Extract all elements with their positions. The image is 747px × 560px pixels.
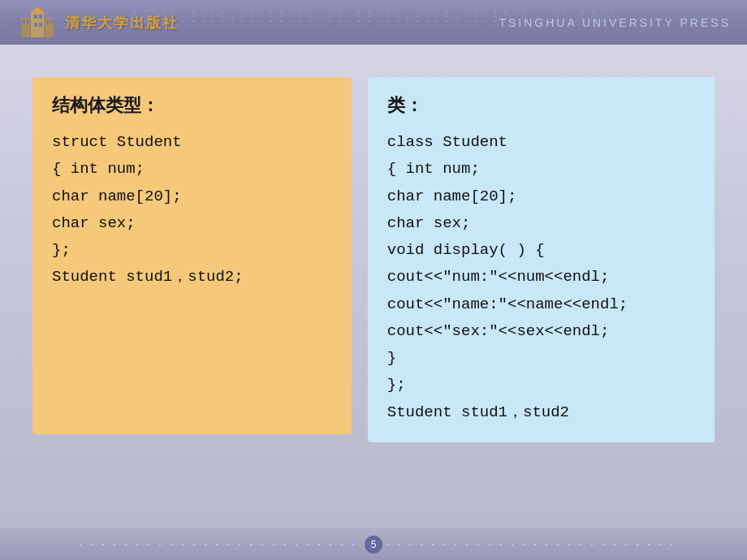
class-line-2: { int num; — [387, 156, 695, 183]
svg-marker-11 — [31, 6, 44, 12]
struct-title: 结构体类型： — [52, 93, 332, 118]
class-code: class Student { int num; char name[20]; … — [387, 129, 695, 426]
class-line-1: class Student — [387, 129, 695, 156]
svg-rect-6 — [23, 20, 25, 24]
main-content: 结构体类型： struct Student { int num; char na… — [0, 45, 747, 528]
class-line-3: char name[20]; — [387, 183, 695, 210]
page-number: 5 — [365, 536, 382, 554]
class-line-10: }; — [387, 372, 695, 398]
class-line-11: Student stud1，stud2 — [387, 399, 695, 426]
header: 清华大学出版社 TSINGHUA UNIVERSITY PRESS — [0, 0, 747, 45]
struct-code: struct Student { int num; char name[20];… — [52, 129, 332, 291]
class-line-6: cout<<"num:"<<num<<endl; — [387, 264, 695, 291]
struct-line-3: char name[20]; — [52, 183, 332, 210]
svg-rect-4 — [39, 23, 42, 27]
svg-rect-7 — [27, 20, 29, 24]
class-line-5: void display( ) { — [387, 237, 695, 264]
struct-line-2: { int num; — [52, 156, 332, 183]
svg-rect-1 — [34, 15, 37, 19]
svg-rect-10 — [50, 20, 53, 24]
class-box: 类： class Student { int num; char name[20… — [368, 77, 715, 442]
struct-line-4: char sex; — [52, 210, 332, 237]
svg-rect-2 — [39, 15, 42, 19]
struct-box: 结构体类型： struct Student { int num; char na… — [32, 77, 352, 434]
class-line-8: cout<<"sex:"<<sex<<endl; — [387, 318, 695, 345]
class-title: 类： — [387, 93, 695, 118]
logo-building-icon — [16, 5, 58, 41]
svg-rect-9 — [46, 20, 49, 24]
class-line-7: cout<<"name:"<<name<<endl; — [387, 291, 695, 318]
class-line-9: } — [387, 345, 695, 372]
header-dots-decoration — [130, 6, 617, 23]
bottom-bar: 5 — [0, 528, 747, 560]
class-line-4: char sex; — [387, 210, 695, 237]
svg-rect-3 — [34, 23, 37, 27]
struct-line-6: Student stud1，stud2; — [52, 264, 332, 291]
struct-line-1: struct Student — [52, 129, 332, 156]
struct-line-5: }; — [52, 237, 332, 264]
